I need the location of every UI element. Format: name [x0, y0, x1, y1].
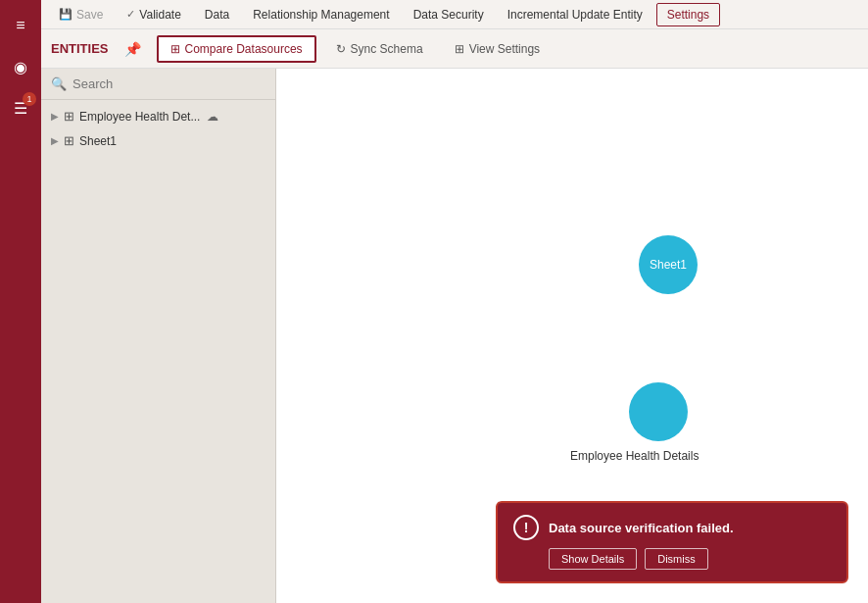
expand-icon-sheet1: ▶: [51, 135, 59, 146]
compare-datasources-button[interactable]: ⊞ Compare Datasources: [157, 35, 316, 63]
node-employee[interactable]: [629, 382, 688, 441]
entity-panel: 🔍 ▶ ⊞ Employee Health Det... ☁ ▶ ⊞ Sheet…: [41, 69, 276, 603]
search-bar: 🔍: [41, 69, 275, 100]
table-icon: ⊞: [64, 109, 74, 124]
entity-list: ▶ ⊞ Employee Health Det... ☁ ▶ ⊞ Sheet1: [41, 100, 275, 157]
menu-settings[interactable]: Settings: [656, 3, 720, 26]
table-icon-sheet1: ⊞: [64, 133, 74, 148]
entity-item-employee[interactable]: ▶ ⊞ Employee Health Det... ☁: [41, 104, 275, 128]
sidebar-badge: 1: [23, 92, 36, 106]
cloud-icon: ☁: [207, 110, 218, 124]
error-icon: !: [513, 515, 539, 540]
compare-icon: ⊞: [170, 42, 180, 56]
top-menu-bar: 💾 Save ✓ Validate Data Relationship Mana…: [41, 0, 868, 29]
node-sheet1[interactable]: Sheet1: [639, 235, 698, 294]
entity-item-sheet1[interactable]: ▶ ⊞ Sheet1: [41, 128, 275, 153]
menu-save[interactable]: 💾 Save: [49, 4, 113, 25]
entity-name-employee: Employee Health Det...: [79, 110, 200, 124]
sidebar-menu-icon[interactable]: ≡: [3, 8, 38, 43]
show-details-button[interactable]: Show Details: [549, 548, 637, 570]
grid-icon: ⊞: [455, 42, 464, 56]
search-icon: 🔍: [51, 76, 67, 91]
sidebar-layers-icon[interactable]: ◉: [3, 49, 38, 84]
save-icon: 💾: [59, 8, 72, 21]
sync-icon: ↻: [336, 42, 346, 56]
entity-name-sheet1: Sheet1: [79, 134, 117, 148]
sync-schema-button[interactable]: ↻ Sync Schema: [324, 37, 435, 61]
validate-icon: ✓: [126, 8, 135, 21]
view-settings-button[interactable]: ⊞ View Settings: [443, 37, 553, 61]
menu-data[interactable]: Data: [195, 4, 239, 25]
toolbar: ENTITIES 📌 ⊞ Compare Datasources ↻ Sync …: [41, 29, 868, 69]
search-input[interactable]: [72, 76, 265, 91]
menu-validate[interactable]: ✓ Validate: [117, 4, 190, 25]
entities-title: ENTITIES: [51, 41, 109, 56]
left-sidebar: ≡ ◉ ☰ 1: [0, 0, 41, 603]
error-notification: ! Data source verification failed. Show …: [496, 501, 848, 583]
node-sheet1-label: Sheet1: [650, 258, 687, 272]
menu-incremental-update[interactable]: Incremental Update Entity: [498, 4, 652, 25]
menu-relationship-management[interactable]: Relationship Management: [243, 4, 399, 25]
error-top: ! Data source verification failed.: [513, 515, 831, 540]
pin-icon[interactable]: 📌: [124, 41, 141, 57]
sidebar-list-icon[interactable]: ☰ 1: [3, 90, 38, 126]
node-employee-label: Employee Health Details: [570, 449, 699, 463]
error-actions: Show Details Dismiss: [549, 548, 831, 570]
expand-icon: ▶: [51, 111, 59, 122]
error-message: Data source verification failed.: [549, 521, 734, 535]
dismiss-button[interactable]: Dismiss: [645, 548, 708, 570]
menu-data-security[interactable]: Data Security: [404, 4, 494, 25]
